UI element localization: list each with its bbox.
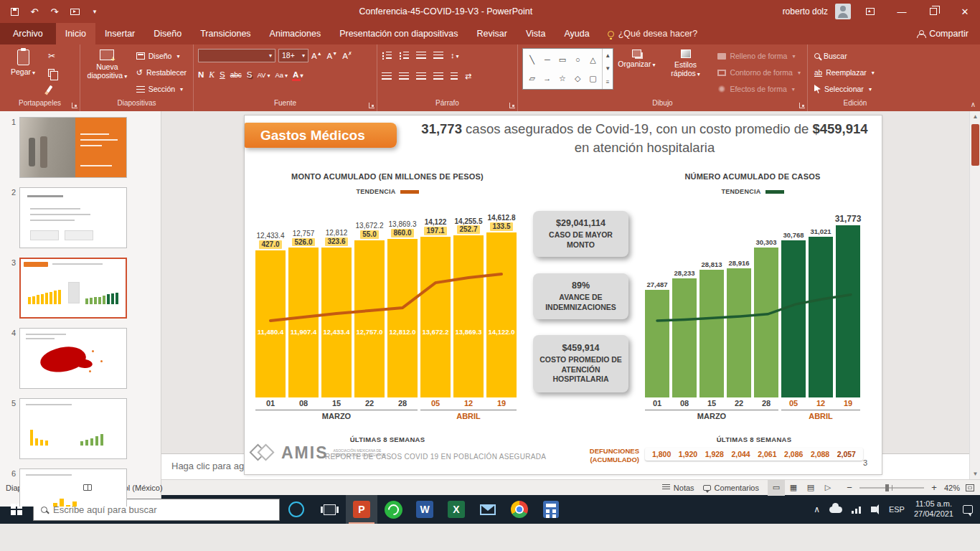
justify-button[interactable] [433, 72, 443, 80]
slide[interactable]: Gastos Médicos 31,773 casos asegurados d… [245, 116, 882, 474]
section-button[interactable]: Sección▾ [134, 83, 189, 95]
scroll-up-arrow[interactable]: ▲ [970, 111, 980, 122]
taskbar-app-mail[interactable] [472, 495, 504, 524]
slide-title[interactable]: 31,773 casos asegurados de Covid-19, con… [413, 120, 876, 157]
decrease-indent-button[interactable] [416, 52, 426, 60]
close-button[interactable]: ✕ [953, 0, 977, 23]
decrease-font-size-button[interactable]: A▼ [327, 51, 338, 60]
shape-star-icon[interactable]: ☆ [559, 74, 566, 83]
tab-archivo[interactable]: Archivo [0, 23, 56, 44]
taskbar-app-calculator[interactable] [535, 495, 567, 524]
shape-diamond-icon[interactable]: ◇ [575, 74, 580, 83]
select-button[interactable]: Seleccionar▾ [812, 83, 877, 95]
shape-parallelogram-icon[interactable]: ▱ [529, 74, 534, 83]
slide-thumbnail-1[interactable] [19, 117, 127, 178]
portapapeles-dialog-launcher[interactable] [72, 103, 77, 108]
comments-toggle[interactable]: Comentarios [703, 484, 759, 492]
keyboard-language[interactable]: ESP [889, 505, 905, 514]
slide-thumbnail-2[interactable] [19, 187, 127, 248]
shape-ellipse-icon[interactable]: ○ [575, 55, 580, 64]
tab-transiciones[interactable]: Transiciones [191, 23, 260, 44]
callout-box-1[interactable]: $29,041,114CASO DE MAYOR MONTO [533, 211, 628, 257]
callout-box-2[interactable]: 89%AVANCE DE INDEMNIZACIONES [533, 273, 628, 319]
zoom-in-button[interactable]: + [930, 482, 938, 493]
copy-button[interactable] [46, 66, 57, 79]
slide-thumbnail-6[interactable] [19, 468, 127, 507]
fuente-dialog-launcher[interactable] [369, 103, 374, 108]
taskbar-app-powerpoint[interactable]: P [346, 495, 377, 524]
slide-thumbnail-5[interactable] [19, 398, 127, 459]
vertical-scrollbar[interactable]: ▲ ▼ [969, 111, 980, 479]
collapse-ribbon-icon[interactable]: ∧ [971, 100, 976, 108]
shape-outline-button[interactable]: Contorno de forma▾ [715, 66, 803, 79]
find-button[interactable]: Buscar [812, 50, 877, 62]
align-right-button[interactable] [416, 72, 426, 80]
shape-fill-button[interactable]: Relleno de forma▾ [715, 50, 803, 62]
network-icon[interactable] [852, 506, 862, 514]
text-shadow-button[interactable]: S [247, 70, 253, 79]
spell-check-icon[interactable] [83, 484, 92, 491]
cut-button[interactable] [46, 50, 57, 62]
tell-me-box[interactable]: ¿Qué desea hacer? [599, 23, 707, 44]
notification-center-icon[interactable] [963, 505, 973, 514]
zoom-percentage[interactable]: 42% [944, 484, 960, 492]
taskbar-app-chrome[interactable] [504, 495, 535, 524]
onedrive-icon[interactable] [829, 507, 842, 513]
layout-button[interactable]: Diseño▾ [134, 50, 189, 62]
align-center-button[interactable] [399, 72, 409, 80]
slide-thumbnail-4[interactable] [19, 328, 127, 389]
line-spacing-button[interactable]: ↕▾ [451, 51, 459, 60]
tab-ayuda[interactable]: Ayuda [555, 23, 599, 44]
avatar[interactable] [835, 4, 851, 19]
quick-styles-button[interactable]: Estilos rápidos▾ [660, 48, 712, 79]
replace-button[interactable]: Reemplazar▾ [812, 66, 877, 79]
slide-sorter-view-button[interactable]: ▦ [785, 480, 802, 496]
change-case-button[interactable]: Aa▾ [275, 71, 288, 79]
save-icon[interactable] [9, 6, 20, 17]
zoom-out-button[interactable]: − [845, 482, 854, 493]
start-slideshow-icon[interactable] [69, 6, 80, 17]
arrange-button[interactable]: Organizar▾ [618, 48, 656, 70]
character-spacing-button[interactable]: AV▾ [257, 71, 270, 79]
tab-vista[interactable]: Vista [517, 23, 555, 44]
tab-animaciones[interactable]: Animaciones [260, 23, 331, 44]
fit-to-window-icon[interactable] [966, 484, 974, 491]
parrafo-dialog-launcher[interactable] [509, 103, 515, 108]
shapes-gallery[interactable]: ╲─▭○△▱→☆◇▢ ▲▼≡ [522, 48, 613, 90]
italic-button[interactable]: K [209, 70, 215, 79]
user-name[interactable]: roberto dolz [783, 6, 828, 17]
taskbar-clock[interactable]: 11:05 a.m. 27/04/2021 [914, 499, 953, 519]
hidden-icons-chevron[interactable]: ∧ [814, 504, 820, 514]
undo-icon[interactable] [29, 6, 40, 17]
strikethrough-button[interactable]: abc [230, 71, 242, 79]
scrollbar-thumb[interactable] [971, 124, 979, 166]
restore-button[interactable] [921, 0, 946, 23]
font-size-combo[interactable]: 18+▾ [278, 49, 308, 62]
font-name-combo[interactable]: ▾ [198, 49, 275, 62]
right-chart-plot[interactable]: 27,48728,23328,81328,91630,30330,76831,0… [645, 209, 863, 397]
share-button[interactable]: Compartir [905, 23, 980, 44]
zoom-slider-thumb[interactable] [885, 484, 889, 491]
increase-font-size-button[interactable]: A▲ [311, 51, 322, 60]
slideshow-view-button[interactable]: ▷ [819, 480, 837, 496]
tab-diseno[interactable]: Diseño [144, 23, 191, 44]
tab-insertar[interactable]: Insertar [95, 23, 144, 44]
shape-diagonal-line-icon[interactable]: ╲ [529, 55, 534, 65]
cortana-button[interactable] [280, 495, 313, 524]
shape-right-arrow-icon[interactable]: → [543, 74, 551, 83]
text-direction-button[interactable]: ⇄ [465, 72, 471, 81]
normal-view-button[interactable]: ▭ [768, 480, 785, 496]
bullets-button[interactable] [382, 52, 392, 60]
reset-button[interactable]: Restablecer [134, 66, 189, 79]
callout-box-3[interactable]: $459,914COSTO PROMEDIO DE ATENCIÓN HOSPI… [533, 335, 628, 392]
paste-button[interactable]: Pegar▾ [4, 48, 42, 77]
shape-line-icon[interactable]: ─ [545, 55, 550, 64]
shape-rounded-rectangle-icon[interactable]: ▢ [589, 74, 596, 83]
taskbar-app-excel[interactable]: X [440, 495, 472, 524]
shape-effects-button[interactable]: Efectos de forma▾ [715, 83, 803, 95]
scroll-down-arrow[interactable]: ▼ [970, 468, 980, 479]
taskbar-app-whatsapp[interactable] [377, 495, 409, 524]
bold-button[interactable]: N [198, 70, 204, 79]
zoom-slider[interactable] [859, 487, 924, 489]
underline-button[interactable]: S [220, 70, 225, 79]
